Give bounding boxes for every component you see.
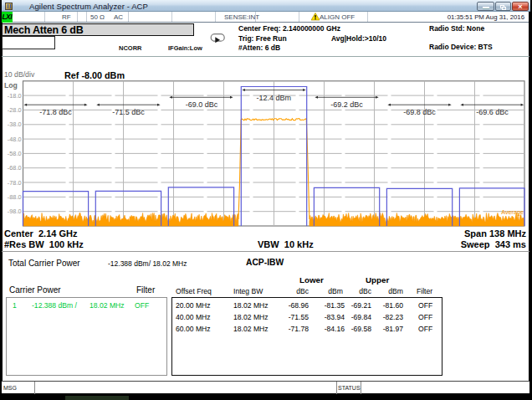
svg-text:-48.0: -48.0 [8, 136, 22, 143]
svg-text:-78.0: -78.0 [8, 179, 22, 187]
svg-text:-69.2 dBc: -69.2 dBc [330, 100, 363, 109]
svg-text:-28.0: -28.0 [8, 106, 22, 114]
svg-text:10 dB/div: 10 dB/div [4, 70, 35, 79]
svg-text:-88.0: -88.0 [8, 193, 22, 201]
svg-text:Log: Log [4, 81, 18, 90]
svg-text:-18.0: -18.0 [8, 92, 22, 100]
svg-text:-12.4 dBm: -12.4 dBm [257, 94, 292, 102]
svg-text:Ref -8.00 dBm: Ref -8.00 dBm [64, 70, 125, 80]
svg-text:-68.0: -68.0 [8, 164, 22, 172]
svg-text:-69.0 dBc: -69.0 dBc [186, 100, 218, 109]
svg-text:-71.5 dBc: -71.5 dBc [112, 108, 145, 116]
svg-text:-69.8 dBc: -69.8 dBc [403, 108, 436, 116]
svg-text:-58.0: -58.0 [8, 150, 22, 157]
svg-text:-71.8 dBc: -71.8 dBc [39, 108, 72, 116]
svg-text:-69.6 dBc: -69.6 dBc [476, 108, 509, 116]
svg-text:Average: Average [501, 208, 524, 216]
svg-text:-38.0: -38.0 [8, 121, 22, 128]
svg-text:-98.0: -98.0 [8, 208, 22, 215]
